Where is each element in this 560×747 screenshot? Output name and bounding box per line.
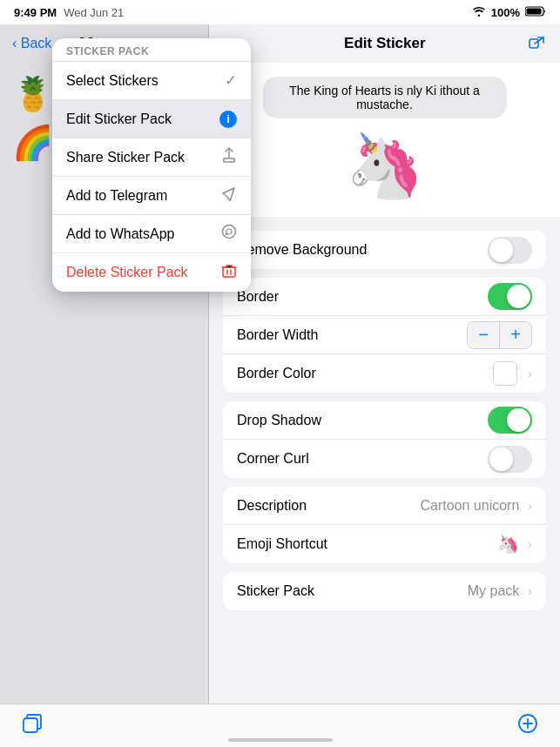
label-description: Description bbox=[237, 498, 307, 514]
border-color-swatch bbox=[493, 361, 517, 386]
label-drop-shadow: Drop Shadow bbox=[237, 413, 321, 428]
svg-point-2 bbox=[223, 225, 236, 239]
border-color-chevron: › bbox=[528, 367, 532, 380]
toggle-drop-shadow[interactable] bbox=[488, 407, 532, 434]
row-remove-bg: Remove Background bbox=[223, 231, 546, 269]
toggle-remove-bg[interactable] bbox=[488, 237, 532, 264]
dropdown-item-label-telegram: Add to Telegram bbox=[66, 188, 167, 204]
toolbar-left-icon[interactable] bbox=[21, 712, 44, 740]
section-background: Remove Background bbox=[223, 231, 546, 269]
right-nav-share-icon[interactable] bbox=[527, 32, 546, 56]
dropdown-item-telegram[interactable]: Add to Telegram bbox=[52, 177, 251, 215]
dropdown-item-label-share: Share Sticker Pack bbox=[66, 150, 185, 165]
status-bar: 9:49 PM Wed Jun 21 100% bbox=[0, 0, 560, 24]
section-meta: Description Cartoon unicorn › Emoji Shor… bbox=[223, 487, 546, 563]
dropdown-trash-icon bbox=[221, 263, 237, 283]
dropdown-item-edit[interactable]: Edit Sticker Pack i bbox=[52, 100, 251, 138]
toggle-thumb-border bbox=[507, 285, 530, 308]
toggle-corner-curl[interactable] bbox=[488, 446, 532, 473]
description-chevron: › bbox=[528, 499, 532, 513]
description-value: Cartoon unicorn bbox=[420, 498, 519, 514]
emoji-shortcut-value: 🦄 bbox=[497, 534, 519, 555]
toggle-border[interactable] bbox=[488, 283, 532, 310]
row-emoji-shortcut[interactable]: Emoji Shortcut 🦄 › bbox=[223, 525, 546, 563]
row-description[interactable]: Description Cartoon unicorn › bbox=[223, 487, 546, 525]
wifi-icon bbox=[472, 6, 486, 19]
battery-icon bbox=[525, 6, 546, 19]
speech-bubble: The King of Hearts is nly Ki ithout a mu… bbox=[263, 77, 507, 118]
row-border-width: Border Width − + bbox=[223, 316, 546, 354]
dropdown-header: Sticker Pack bbox=[52, 38, 251, 62]
dropdown-item-delete[interactable]: Delete Sticker Pack bbox=[52, 253, 251, 292]
sticker-pack-chevron: › bbox=[528, 584, 532, 598]
svg-rect-1 bbox=[527, 8, 542, 14]
description-value-group: Cartoon unicorn › bbox=[420, 498, 532, 514]
border-width-stepper: − + bbox=[467, 321, 532, 349]
svg-rect-4 bbox=[530, 39, 538, 48]
label-border: Border bbox=[237, 289, 279, 305]
row-drop-shadow: Drop Shadow bbox=[223, 401, 546, 440]
toggle-thumb-corner-curl bbox=[489, 448, 513, 471]
dropdown-menu: Sticker Pack Select Stickers ✓ Edit Stic… bbox=[52, 38, 251, 292]
dropdown-info-icon: i bbox=[219, 111, 237, 128]
label-emoji-shortcut: Emoji Shortcut bbox=[237, 536, 327, 552]
label-sticker-pack: Sticker Pack bbox=[237, 583, 314, 599]
stepper-increment[interactable]: + bbox=[500, 322, 531, 348]
dropdown-item-select[interactable]: Select Stickers ✓ bbox=[52, 62, 251, 100]
row-sticker-pack[interactable]: Sticker Pack My pack › bbox=[223, 572, 546, 610]
stepper-decrement[interactable]: − bbox=[468, 322, 499, 348]
dropdown-telegram-icon bbox=[221, 185, 237, 205]
emoji-shortcut-chevron: › bbox=[528, 537, 532, 551]
section-effects: Drop Shadow Corner Curl bbox=[223, 401, 546, 478]
status-date: Wed Jun 21 bbox=[64, 6, 124, 19]
row-corner-curl: Corner Curl bbox=[223, 440, 546, 478]
emoji-shortcut-value-group: 🦄 › bbox=[497, 534, 532, 555]
label-border-color: Border Color bbox=[237, 366, 316, 381]
sticker-pack-value-group: My pack › bbox=[468, 583, 532, 599]
svg-rect-5 bbox=[24, 718, 37, 732]
label-corner-curl: Corner Curl bbox=[237, 451, 309, 467]
dropdown-item-label-delete: Delete Sticker Pack bbox=[66, 265, 188, 280]
toggle-thumb-drop-shadow bbox=[507, 408, 530, 432]
dropdown-checkmark-icon: ✓ bbox=[225, 71, 237, 90]
home-indicator bbox=[228, 738, 333, 742]
svg-rect-3 bbox=[223, 267, 235, 277]
dropdown-share-icon bbox=[221, 147, 237, 167]
row-border-color[interactable]: Border Color › bbox=[223, 354, 546, 393]
right-panel: ··· Edit Sticker The King of Hearts is n… bbox=[209, 24, 560, 703]
label-remove-bg: Remove Background bbox=[237, 242, 367, 258]
status-right: 100% bbox=[472, 6, 546, 19]
dropdown-item-share[interactable]: Share Sticker Pack bbox=[52, 138, 251, 177]
right-nav: ··· Edit Sticker bbox=[209, 24, 560, 63]
border-color-control: › bbox=[493, 361, 532, 386]
dropdown-whatsapp-icon bbox=[221, 224, 237, 244]
sticker-preview: The King of Hearts is nly Ki ithout a mu… bbox=[209, 63, 560, 217]
right-nav-title: Edit Sticker bbox=[344, 35, 426, 52]
row-border: Border bbox=[223, 278, 546, 316]
dropdown-item-label-select: Select Stickers bbox=[66, 73, 159, 89]
dropdown-item-label-edit: Edit Sticker Pack bbox=[66, 111, 172, 127]
label-border-width: Border Width bbox=[237, 327, 318, 343]
sticker-pack-value: My pack bbox=[468, 583, 520, 599]
section-sticker-pack: Sticker Pack My pack › bbox=[223, 572, 546, 610]
status-time: 9:49 PM bbox=[14, 6, 57, 19]
section-border: Border Border Width − + Border Color › bbox=[223, 278, 546, 393]
dropdown-item-whatsapp[interactable]: Add to WhatsApp bbox=[52, 215, 251, 253]
sticker-character: 🦄 bbox=[346, 129, 424, 203]
dropdown-item-label-whatsapp: Add to WhatsApp bbox=[66, 226, 175, 242]
toggle-thumb-remove-bg bbox=[489, 239, 513, 262]
battery-text: 100% bbox=[491, 6, 520, 19]
toolbar-right-icon[interactable] bbox=[516, 712, 539, 740]
